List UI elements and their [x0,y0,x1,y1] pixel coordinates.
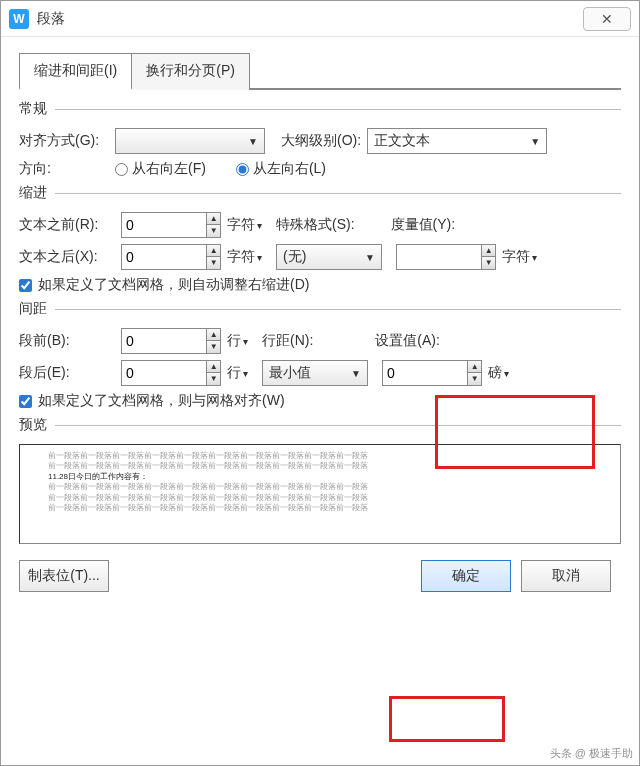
preview-box: 前一段落前一段落前一段落前一段落前一段落前一段落前一段落前一段落前一段落前一段落… [19,444,621,544]
section-general-title: 常规 [19,100,47,118]
tabs-button[interactable]: 制表位(T)... [19,560,109,592]
chevron-down-icon: ▼ [528,136,542,147]
set-value-label: 设置值(A): [375,332,440,350]
indent-after-label: 文本之后(X): [19,248,115,266]
section-preview-title: 预览 [19,416,47,434]
tab-indent-spacing[interactable]: 缩进和间距(I) [19,53,132,90]
tab-bar: 缩进和间距(I) 换行和分页(P) [19,51,621,90]
indent-before-unit[interactable]: 字符▾ [227,216,262,234]
indent-before-spin[interactable]: ▲▼ [121,212,221,238]
direction-rtl-radio[interactable]: 从右向左(F) [115,160,206,178]
chevron-down-icon: ▼ [363,252,377,263]
section-spacing-title: 间距 [19,300,47,318]
app-icon: W [9,9,29,29]
align-combo[interactable]: ▼ [115,128,265,154]
space-before-label: 段前(B): [19,332,115,350]
indent-after-spin[interactable]: ▲▼ [121,244,221,270]
spin-up-icon: ▲ [207,361,220,373]
spin-down-icon: ▼ [207,225,220,237]
indent-grid-check[interactable]: 如果定义了文档网格，则自动调整右缩进(D) [19,276,309,294]
indent-after-unit[interactable]: 字符▾ [227,248,262,266]
spin-up-icon: ▲ [207,329,220,341]
direction-label: 方向: [19,160,109,178]
set-value-unit[interactable]: 磅▾ [488,364,509,382]
outline-combo[interactable]: 正文文本 ▼ [367,128,547,154]
tab-pagination[interactable]: 换行和分页(P) [132,53,250,90]
chevron-down-icon: ▼ [349,368,363,379]
space-before-spin[interactable]: ▲▼ [121,328,221,354]
measure-spin[interactable]: ▲▼ [396,244,496,270]
align-label: 对齐方式(G): [19,132,109,150]
window-title: 段落 [37,10,583,28]
spin-up-icon: ▲ [207,245,220,257]
measure-label: 度量值(Y): [391,216,456,234]
spin-down-icon: ▼ [207,341,220,353]
direction-ltr-radio[interactable]: 从左向右(L) [236,160,326,178]
special-combo[interactable]: (无) ▼ [276,244,382,270]
line-spacing-label: 行距(N): [262,332,313,350]
space-after-label: 段后(E): [19,364,115,382]
spin-down-icon: ▼ [207,373,220,385]
watermark: 头条 @ 极速手助 [550,746,633,761]
indent-before-label: 文本之前(R): [19,216,115,234]
set-value-spin[interactable]: ▲▼ [382,360,482,386]
special-label: 特殊格式(S): [276,216,355,234]
spin-up-icon: ▲ [468,361,481,373]
highlight-ok-button [389,696,505,742]
cancel-button[interactable]: 取消 [521,560,611,592]
close-button[interactable]: ✕ [583,7,631,31]
space-before-unit[interactable]: 行▾ [227,332,248,350]
section-indent-title: 缩进 [19,184,47,202]
spin-up-icon: ▲ [207,213,220,225]
space-after-unit[interactable]: 行▾ [227,364,248,382]
spin-down-icon: ▼ [207,257,220,269]
outline-label: 大纲级别(O): [281,132,361,150]
spin-up-icon: ▲ [482,245,495,257]
line-spacing-combo[interactable]: 最小值 ▼ [262,360,368,386]
spin-down-icon: ▼ [482,257,495,269]
spin-down-icon: ▼ [468,373,481,385]
spacing-grid-check[interactable]: 如果定义了文档网格，则与网格对齐(W) [19,392,285,410]
chevron-down-icon: ▼ [246,136,260,147]
space-after-spin[interactable]: ▲▼ [121,360,221,386]
measure-unit[interactable]: 字符▾ [502,248,537,266]
ok-button[interactable]: 确定 [421,560,511,592]
